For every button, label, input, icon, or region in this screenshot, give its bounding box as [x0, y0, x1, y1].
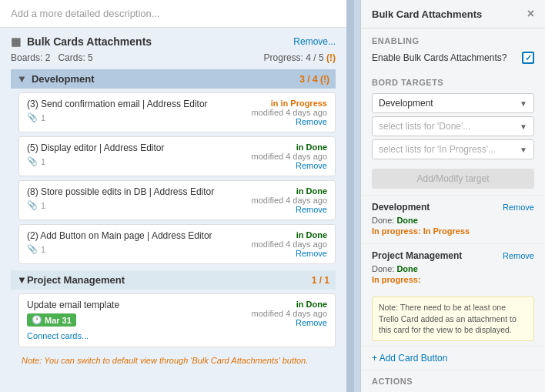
target-progress-label: In progress:: [372, 226, 421, 236]
target-board-name: Development: [372, 202, 430, 213]
clock-icon: 🕐: [32, 315, 42, 325]
target-board-name: Project Management: [372, 250, 462, 261]
card-modified: modified 4 days ago: [252, 196, 327, 205]
panel-title: Bulk Card Attachments: [372, 8, 482, 20]
target-remove-link[interactable]: Remove: [503, 251, 534, 260]
attachment-icon: 📎: [27, 200, 38, 210]
card-title: (8) Store possible edits in DB | Address…: [27, 186, 246, 197]
attachment-icon: 📎: [27, 156, 38, 166]
development-group-header[interactable]: ▼ Development 3 / 4 (!): [11, 69, 336, 89]
right-panel: Bulk Card Attachments × ENABLING Enable …: [360, 0, 545, 392]
card-left: (5) Display editor | Address Editor 📎 1: [27, 142, 246, 166]
attachment-icon: 📎: [27, 112, 38, 122]
progress-placeholder: select lists for 'In Progress'...: [379, 144, 496, 155]
enabling-label: ENABLING: [361, 28, 545, 49]
target-remove-link[interactable]: Remove: [503, 203, 534, 212]
boards-info: Boards: 2 Cards: 5 Progress: 4 / 5 (!): [11, 52, 336, 63]
side-strip: [354, 0, 360, 392]
table-row: Update email template 🕐 Mar 31 Connect c…: [18, 293, 336, 347]
card-left: (3) Send confirmation email | Address Ed…: [27, 99, 246, 122]
card-modified: modified 4 days ago: [252, 108, 327, 117]
table-row: (8) Store possible edits in DB | Address…: [18, 180, 336, 220]
panel-header: Bulk Card Attachments ×: [361, 0, 545, 28]
add-modify-button[interactable]: Add/Modify target: [372, 169, 534, 189]
card-right: in Done modified 4 days ago Remove: [252, 230, 327, 258]
card-status: in Done: [296, 186, 327, 196]
target-title-row: Project Management Remove: [372, 250, 534, 261]
connect-cards-link[interactable]: Connect cards...: [27, 331, 89, 340]
remove-attachment-link[interactable]: Remove...: [293, 36, 336, 47]
project-group-header[interactable]: ▼ Project Management 1 / 1: [11, 270, 336, 290]
card-remove-link[interactable]: Remove: [252, 117, 327, 126]
progress-list-select[interactable]: select lists for 'In Progress'... ▼: [372, 139, 534, 159]
development-target-block: Development Remove Done: Done In progres…: [361, 195, 545, 243]
attachment-count: 1: [41, 201, 45, 210]
move-action[interactable]: → Move: [361, 389, 545, 392]
card-icon-row: 📎 1: [27, 112, 246, 122]
project-target-block: Project Management Remove Done: Done In …: [361, 243, 545, 292]
progress-info: Progress: 4 / 5 (!): [264, 52, 336, 63]
bord-targets-label: BORD TARGETS: [361, 70, 545, 90]
card-title: (5) Display editor | Address Editor: [27, 142, 246, 153]
card-remove-link[interactable]: Remove: [252, 205, 327, 214]
close-button[interactable]: ×: [527, 8, 534, 20]
main-panel: Add a more detailed description... ▦ Bul…: [0, 0, 346, 392]
actions-label: ACTIONS: [361, 370, 545, 389]
bulk-cards-icon: ▦: [11, 35, 21, 48]
card-left: (2) Add Button on Main page | Address Ed…: [27, 230, 246, 254]
chevron-down-icon: ▼: [520, 122, 527, 131]
table-row: (5) Display editor | Address Editor 📎 1 …: [18, 136, 336, 176]
card-title: (2) Add Button on Main page | Address Ed…: [27, 230, 246, 241]
done-placeholder: select lists for 'Done'...: [379, 121, 470, 132]
note-box: Note: There need to be at least one Trel…: [372, 297, 534, 341]
target-done-value: Done: [396, 216, 418, 225]
card-right: in Done modified 4 days ago Remove: [252, 300, 327, 327]
bulk-cards-header: ▦ Bulk Cards Attachments Remove...: [11, 35, 336, 48]
card-right: in Done modified 4 days ago Remove: [252, 142, 327, 170]
card-left: (8) Store possible edits in DB | Address…: [27, 186, 246, 210]
card-icon-row: 🕐 Mar 31: [27, 313, 246, 327]
selected-board-text: Development: [379, 98, 433, 109]
target-done-row: Done: Done: [372, 216, 534, 225]
enable-checkbox[interactable]: [522, 52, 534, 64]
card-right: in in Progress modified 4 days ago Remov…: [252, 99, 327, 126]
attachment-count: 1: [41, 245, 45, 254]
target-progress-label: In progress:: [372, 275, 421, 284]
card-status: in Done: [296, 230, 327, 240]
boards-cards-count: Boards: 2 Cards: 5: [11, 52, 93, 63]
enable-label: Enable Bulk Cards Attachments?: [372, 52, 507, 63]
target-progress-value: In Progress: [423, 226, 470, 236]
attachment-icon: 📎: [27, 244, 38, 254]
card-title: (3) Send confirmation email | Address Ed…: [27, 99, 246, 109]
footer-note: Note: You can switch to default view thr…: [11, 351, 336, 370]
card-title: Update email template: [27, 300, 246, 310]
card-remove-link[interactable]: Remove: [252, 318, 327, 327]
target-done-value: Done: [396, 264, 418, 273]
target-progress-row: In progress:: [372, 275, 534, 284]
card-icon-row: 📎 1: [27, 156, 246, 166]
target-title-row: Development Remove: [372, 202, 534, 213]
group-count: 3 / 4 (!): [299, 74, 329, 85]
card-remove-link[interactable]: Remove: [252, 161, 327, 170]
bulk-cards-title-text: Bulk Cards Attachments: [27, 35, 152, 48]
board-select-dropdown[interactable]: Development ▼: [372, 93, 534, 113]
table-row: (3) Send confirmation email | Address Ed…: [18, 92, 336, 132]
card-status: in in Progress: [271, 99, 327, 108]
card-left: Update email template 🕐 Mar 31 Connect c…: [27, 300, 246, 341]
toggle-icon: ▼: [17, 73, 27, 85]
enable-row: Enable Bulk Cards Attachments?: [361, 49, 545, 70]
target-progress-row: In progress: In Progress: [372, 226, 534, 236]
description-area[interactable]: Add a more detailed description...: [0, 0, 346, 28]
table-row: (2) Add Button on Main page | Address Ed…: [18, 224, 336, 264]
due-badge: 🕐 Mar 31: [27, 313, 76, 327]
description-placeholder: Add a more detailed description...: [11, 8, 160, 19]
card-remove-link[interactable]: Remove: [252, 249, 327, 258]
chevron-down-icon: ▼: [520, 146, 527, 154]
add-card-button[interactable]: + Add Card Button: [361, 346, 545, 370]
group-count: 1 / 1: [312, 275, 329, 286]
card-status: in Done: [296, 142, 327, 152]
card-status: in Done: [296, 300, 327, 309]
attachment-count: 1: [41, 113, 45, 122]
done-list-select[interactable]: select lists for 'Done'... ▼: [372, 116, 534, 136]
target-done-row: Done: Done: [372, 264, 534, 273]
